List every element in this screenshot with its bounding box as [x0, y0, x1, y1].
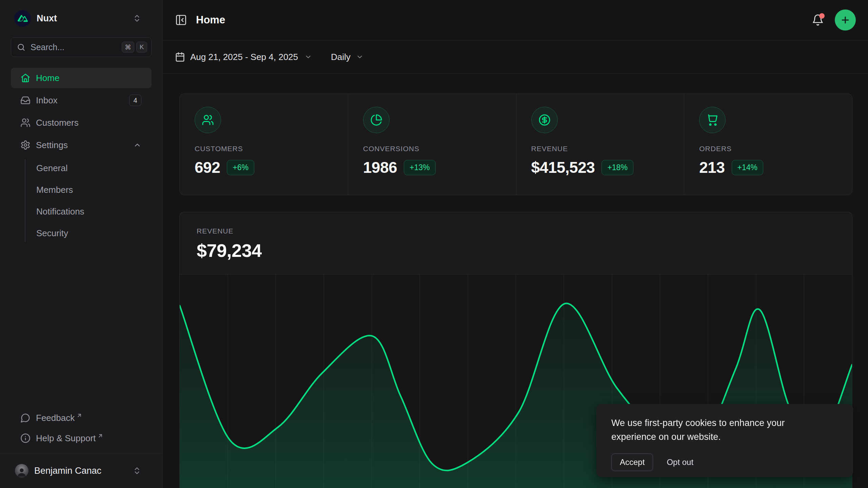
- stat-label: CONVERSIONS: [363, 145, 501, 153]
- granularity-value: Daily: [331, 52, 351, 62]
- search-icon: [17, 43, 26, 52]
- kbd-cmd: ⌘: [122, 42, 134, 53]
- gear-icon: [20, 140, 31, 150]
- user-name: Benjamin Canac: [34, 466, 101, 476]
- sidebar-nav: Home Inbox 4 Customers Settings Ge: [11, 68, 152, 244]
- stat-value: 213: [699, 158, 725, 177]
- panel-left-close-icon[interactable]: [175, 14, 187, 26]
- kbd-k: K: [136, 42, 147, 53]
- sidebar-item-notifications[interactable]: Notifications: [11, 201, 152, 222]
- sidebar-item-home[interactable]: Home: [11, 68, 152, 88]
- stat-change-badge: +18%: [601, 160, 633, 175]
- stat-change-badge: +14%: [732, 160, 763, 175]
- chevrons-up-down-icon: [133, 466, 141, 475]
- stats-panel: CUSTOMERS 692 +6% CONVERSIONS 1986 +13%: [179, 94, 852, 195]
- inbox-icon: [20, 95, 31, 105]
- add-button[interactable]: [835, 9, 856, 30]
- user-avatar: [15, 464, 28, 477]
- users-icon: [195, 107, 221, 133]
- org-switcher[interactable]: Nuxt: [11, 8, 152, 28]
- revenue-chart-value: $79,234: [197, 240, 835, 261]
- header: Home: [163, 0, 868, 40]
- opt-out-button[interactable]: Opt out: [667, 458, 693, 467]
- users-icon: [20, 118, 31, 128]
- revenue-chart-label: REVENUE: [197, 227, 835, 235]
- accept-button[interactable]: Accept: [611, 453, 653, 471]
- filter-bar: Aug 21, 2025 - Sep 4, 2025 Daily: [163, 40, 868, 74]
- circle-dollar-icon: [531, 107, 558, 133]
- search-placeholder: Search...: [31, 42, 64, 52]
- stat-value: 692: [195, 158, 220, 177]
- nuxt-logo-icon: [14, 10, 31, 27]
- chevron-down-icon: [304, 53, 312, 61]
- feedback-label: Feedback: [36, 413, 75, 423]
- stat-label: REVENUE: [531, 145, 669, 153]
- date-range-value: Aug 21, 2025 - Sep 4, 2025: [190, 52, 298, 62]
- help-support-link[interactable]: Help & Support: [11, 428, 152, 448]
- stat-value: $415,523: [531, 158, 595, 177]
- cookie-message: We use first-party cookies to enhance yo…: [611, 416, 822, 444]
- sidebar-item-label: Settings: [36, 140, 68, 150]
- settings-subnav: General Members Notifications Security: [11, 157, 152, 244]
- inbox-count-badge: 4: [129, 95, 141, 106]
- sidebar-footer: Feedback Help & Support Benjamin Canac: [0, 408, 162, 488]
- sidebar-item-inbox[interactable]: Inbox 4: [11, 90, 152, 110]
- date-range-picker[interactable]: Aug 21, 2025 - Sep 4, 2025: [175, 52, 312, 62]
- stat-label: ORDERS: [699, 145, 837, 153]
- chevron-up-icon[interactable]: [133, 141, 141, 149]
- sidebar-item-settings[interactable]: Settings: [11, 135, 152, 155]
- notification-dot: [819, 13, 825, 19]
- stat-value: 1986: [363, 158, 397, 177]
- stat-customers[interactable]: CUSTOMERS 692 +6%: [180, 94, 348, 195]
- sidebar-item-security[interactable]: Security: [11, 222, 152, 244]
- sidebar-item-label: Customers: [36, 118, 79, 128]
- info-circle-icon: [20, 433, 31, 443]
- stat-conversions[interactable]: CONVERSIONS 1986 +13%: [348, 94, 516, 195]
- user-menu[interactable]: Benjamin Canac: [0, 453, 162, 488]
- calendar-icon: [175, 52, 185, 62]
- org-name: Nuxt: [37, 13, 57, 24]
- stat-label: CUSTOMERS: [195, 145, 333, 153]
- feedback-link[interactable]: Feedback: [11, 408, 152, 428]
- chevrons-up-down-icon: [133, 14, 141, 23]
- search-shortcut: ⌘ K: [122, 42, 147, 53]
- sidebar-item-label: Home: [36, 73, 59, 83]
- granularity-select[interactable]: Daily: [331, 52, 363, 62]
- notifications-button[interactable]: [812, 14, 824, 26]
- stat-revenue[interactable]: REVENUE $415,523 +18%: [516, 94, 684, 195]
- sidebar-item-customers[interactable]: Customers: [11, 113, 152, 133]
- sidebar-item-label: Inbox: [36, 95, 58, 106]
- sidebar-item-general[interactable]: General: [11, 157, 152, 179]
- message-circle-icon: [20, 413, 31, 423]
- stat-change-badge: +13%: [404, 160, 435, 175]
- external-link-icon: [97, 433, 103, 439]
- stat-change-badge: +6%: [227, 160, 254, 175]
- stat-orders[interactable]: ORDERS 213 +14%: [684, 94, 852, 195]
- search-input[interactable]: Search... ⌘ K: [11, 37, 152, 57]
- shopping-cart-icon: [699, 107, 726, 133]
- sidebar: Nuxt Search... ⌘ K Home Inbox 4: [0, 0, 163, 488]
- chevron-down-icon: [356, 53, 363, 61]
- page-title: Home: [196, 14, 225, 26]
- home-icon: [20, 73, 31, 83]
- external-link-icon: [76, 412, 82, 419]
- cookie-banner: We use first-party cookies to enhance yo…: [596, 404, 853, 477]
- help-support-label: Help & Support: [36, 433, 96, 444]
- pie-chart-icon: [363, 107, 390, 133]
- sidebar-item-members[interactable]: Members: [11, 179, 152, 201]
